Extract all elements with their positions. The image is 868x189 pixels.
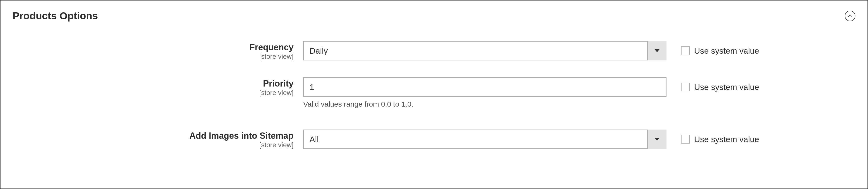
frequency-label-col: Frequency [store view] — [12, 41, 303, 61]
products-options-panel: Products Options Frequency [store view] … — [0, 0, 868, 189]
frequency-label: Frequency — [12, 42, 293, 52]
collapse-toggle-button[interactable] — [845, 11, 856, 21]
add-images-select-wrapper: All — [303, 129, 666, 149]
panel-header: Products Options — [12, 10, 856, 22]
add-images-label-col: Add Images into Sitemap [store view] — [12, 129, 303, 149]
priority-use-system-label: Use system value — [694, 82, 759, 92]
priority-use-system-wrapper[interactable]: Use system value — [681, 82, 759, 92]
add-images-control-col: All — [303, 129, 666, 149]
frequency-control-col: Daily — [303, 41, 666, 61]
add-images-scope: [store view] — [12, 141, 293, 149]
frequency-use-system-wrapper[interactable]: Use system value — [681, 46, 759, 55]
add-images-extra-col: Use system value — [666, 129, 759, 149]
frequency-extra-col: Use system value — [666, 41, 759, 61]
priority-use-system-checkbox[interactable] — [681, 83, 690, 91]
add-images-select[interactable]: All — [303, 129, 666, 149]
add-images-use-system-label: Use system value — [694, 135, 759, 144]
chevron-up-icon — [848, 14, 852, 18]
priority-input[interactable] — [303, 77, 666, 97]
frequency-field-row: Frequency [store view] Daily Use system … — [12, 41, 856, 61]
add-images-use-system-checkbox[interactable] — [681, 135, 690, 144]
add-images-use-system-wrapper[interactable]: Use system value — [681, 135, 759, 144]
priority-scope: [store view] — [12, 89, 293, 97]
add-images-label: Add Images into Sitemap — [12, 131, 293, 141]
frequency-use-system-checkbox[interactable] — [681, 46, 690, 55]
frequency-scope: [store view] — [12, 53, 293, 61]
priority-note: Valid values range from 0.0 to 1.0. — [303, 100, 666, 108]
frequency-select[interactable]: Daily — [303, 41, 666, 61]
priority-extra-col: Use system value — [666, 77, 759, 97]
priority-label-col: Priority [store view] — [12, 77, 303, 97]
panel-title: Products Options — [12, 10, 98, 22]
frequency-use-system-label: Use system value — [694, 46, 759, 55]
priority-field-row: Priority [store view] Valid values range… — [12, 77, 856, 108]
frequency-select-wrapper: Daily — [303, 41, 666, 61]
priority-label: Priority — [12, 79, 293, 88]
add-images-field-row: Add Images into Sitemap [store view] All… — [12, 129, 856, 149]
priority-control-col: Valid values range from 0.0 to 1.0. — [303, 77, 666, 108]
